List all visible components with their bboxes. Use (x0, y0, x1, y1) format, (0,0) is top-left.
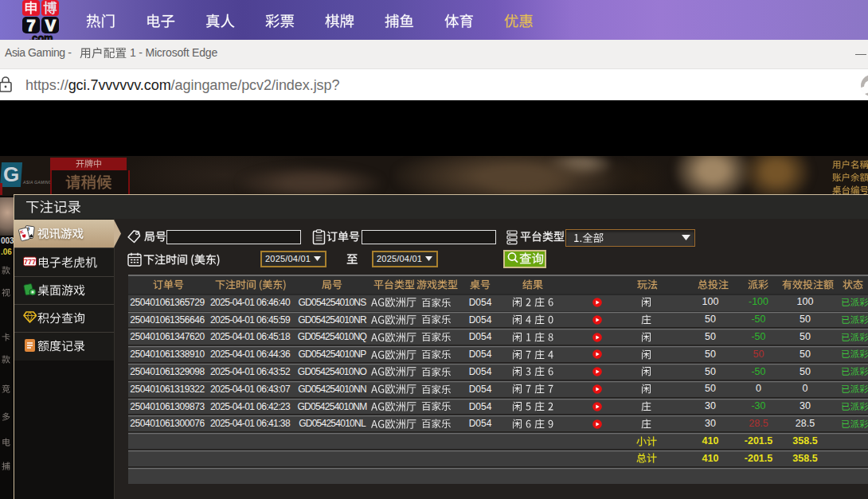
svg-text:777: 777 (24, 258, 36, 266)
